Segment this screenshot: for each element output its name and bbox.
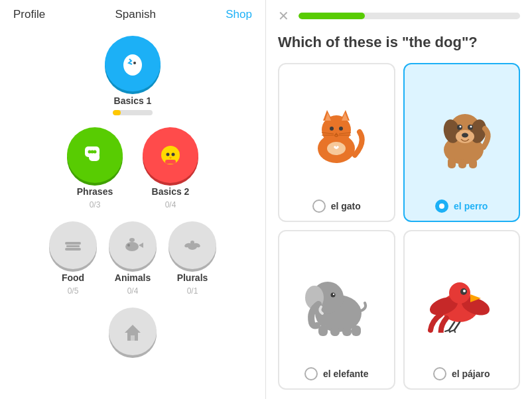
left-header: Profile Spanish Shop <box>0 0 265 29</box>
elephant-image-area <box>279 231 394 367</box>
svg-point-48 <box>470 125 472 127</box>
dog-answer-text: el perro <box>454 201 488 211</box>
dog-radio-inner <box>439 203 444 209</box>
basics1-icon <box>117 48 148 79</box>
svg-rect-11 <box>165 160 176 164</box>
svg-marker-16 <box>139 243 143 248</box>
animals-icon <box>121 233 145 257</box>
elephant-answer-footer: el elefante <box>298 367 375 380</box>
elephant-radio[interactable] <box>304 367 318 380</box>
bird-image-area <box>405 231 519 367</box>
bird-svg <box>425 266 498 333</box>
phrases-circle[interactable] <box>67 127 123 183</box>
svg-rect-52 <box>469 159 477 168</box>
plurals-circle[interactable] <box>168 221 216 269</box>
phrases-skill[interactable]: Phrases 0/3 <box>67 127 123 209</box>
svg-line-69 <box>449 322 454 330</box>
plurals-skill[interactable]: Plurals 0/1 <box>168 221 216 296</box>
svg-line-70 <box>454 322 460 330</box>
extra-circle[interactable] <box>109 308 157 355</box>
answer-card-bird[interactable]: el pájaro <box>403 230 521 390</box>
basics1-progress-bar <box>113 110 153 115</box>
svg-line-74 <box>454 330 456 333</box>
basics1-skill-circle[interactable] <box>105 36 161 91</box>
animals-sublabel: 0/4 <box>127 286 139 296</box>
dog-radio[interactable] <box>435 200 448 213</box>
svg-point-47 <box>459 125 461 127</box>
basics2-sublabel: 0/4 <box>165 200 176 209</box>
basics2-skill[interactable]: Basics 2 0/4 <box>143 127 198 209</box>
svg-rect-60 <box>342 327 352 336</box>
svg-point-18 <box>129 238 135 242</box>
svg-rect-51 <box>458 159 466 168</box>
elephant-svg <box>300 263 373 336</box>
basics1-label: Basics 1 <box>114 95 152 106</box>
food-circle[interactable] <box>49 221 97 269</box>
answer-card-dog[interactable]: el perro <box>403 63 521 223</box>
svg-point-0 <box>123 54 142 76</box>
basics2-circle[interactable] <box>143 127 198 183</box>
svg-rect-3 <box>89 153 100 161</box>
cat-answer-footer: el gato <box>306 200 367 213</box>
answer-grid: el gato <box>278 63 520 390</box>
svg-point-1 <box>133 62 136 64</box>
dog-image-area <box>405 64 519 200</box>
animals-skill[interactable]: Animals 0/4 <box>109 221 157 296</box>
elephant-answer-text: el elefante <box>323 369 368 379</box>
left-panel: Profile Spanish Shop Basics 1 <box>0 0 266 399</box>
quiz-header: ✕ <box>278 9 520 23</box>
svg-point-33 <box>339 127 343 131</box>
basics1-section: Basics 1 <box>105 36 161 115</box>
close-button[interactable]: ✕ <box>278 9 289 23</box>
shop-button[interactable]: Shop <box>226 8 252 21</box>
svg-rect-14 <box>65 248 81 251</box>
svg-point-65 <box>449 282 470 304</box>
svg-rect-50 <box>448 158 456 168</box>
quiz-question: Which of these is "the dog"? <box>278 33 520 52</box>
svg-point-6 <box>94 150 97 154</box>
svg-point-9 <box>172 153 175 156</box>
bird-answer-text: el pájaro <box>452 369 490 379</box>
svg-rect-25 <box>131 335 135 341</box>
plurals-label: Plurals <box>177 272 208 283</box>
svg-point-15 <box>125 242 139 251</box>
profile-button[interactable]: Profile <box>13 8 45 21</box>
plurals-icon <box>180 233 204 257</box>
right-panel: ✕ Which of these is "the dog"? <box>266 0 532 399</box>
svg-point-32 <box>330 127 334 131</box>
food-skill[interactable]: Food 0/5 <box>49 221 97 296</box>
svg-rect-61 <box>352 325 361 336</box>
basics1-progress-fill <box>113 110 121 115</box>
dog-svg <box>425 95 498 168</box>
phrases-icon <box>80 140 110 170</box>
animals-circle[interactable] <box>109 221 157 269</box>
svg-rect-59 <box>330 327 340 336</box>
svg-rect-13 <box>66 245 80 247</box>
bird-radio[interactable] <box>433 367 446 380</box>
food-sublabel: 0/5 <box>68 286 79 296</box>
progress-track <box>299 13 520 19</box>
plurals-sublabel: 0/1 <box>187 286 198 296</box>
svg-point-68 <box>463 290 466 292</box>
svg-rect-12 <box>65 242 81 245</box>
svg-point-49 <box>462 133 468 137</box>
phrases-sublabel: 0/3 <box>90 200 101 209</box>
food-label: Food <box>62 272 84 283</box>
svg-point-17 <box>127 244 130 247</box>
basics2-icon <box>155 140 186 170</box>
svg-point-8 <box>166 153 170 156</box>
svg-point-56 <box>331 292 336 297</box>
cat-radio[interactable] <box>312 200 326 213</box>
basics2-label: Basics 2 <box>152 186 190 197</box>
svg-point-22 <box>190 241 194 245</box>
extra-skill <box>109 308 157 355</box>
svg-rect-58 <box>318 325 328 336</box>
dog-answer-footer: el perro <box>429 200 494 213</box>
course-label: Spanish <box>115 8 156 21</box>
answer-card-elephant[interactable]: el elefante <box>278 230 395 390</box>
answer-card-cat[interactable]: el gato <box>278 63 395 223</box>
extra-icon <box>121 319 145 343</box>
skill-tree: Basics 1 Phrases 0/3 <box>0 29 265 355</box>
bird-answer-footer: el pájaro <box>427 367 497 380</box>
row3: Food 0/5 Animals 0/4 <box>49 221 216 296</box>
